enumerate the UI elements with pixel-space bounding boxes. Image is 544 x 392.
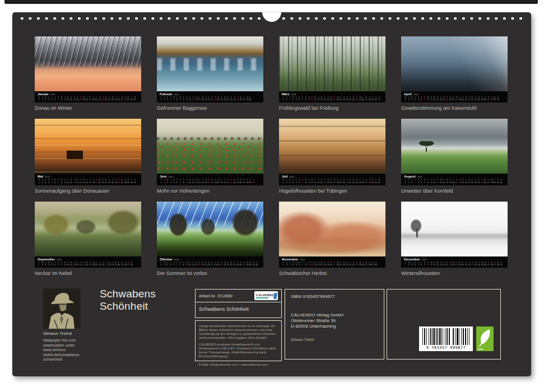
mini-day: S30 (374, 262, 378, 266)
mini-day: F31 (133, 179, 137, 183)
mini-day: S10 (310, 96, 314, 101)
month-thumbnail: Mai 2024 M1D2F3S4S5M6D7M8D9F10S11S12M13D… (35, 119, 141, 193)
mini-day: S14 (445, 96, 449, 101)
mini-day: D11 (314, 179, 317, 183)
mini-day: M11 (436, 262, 439, 266)
mini-day: D8 (182, 96, 185, 101)
artist-name: Simeon Trefoil (43, 331, 72, 336)
mini-day: S10 (433, 179, 436, 183)
mini-day: D23 (108, 96, 111, 101)
mini-day: F26 (483, 96, 487, 101)
mini-calendar-strip: Januar 2024 M1D2M3D4F5S6S7M8D9M10D11F12S… (35, 91, 141, 102)
mini-day: S19 (95, 179, 98, 183)
month-photo (35, 202, 141, 256)
month-photo (401, 36, 508, 91)
month-photo (157, 36, 263, 91)
publisher-line: D-82008 Unterhaching (291, 324, 378, 329)
mini-day: M4 (413, 262, 417, 266)
mini-day: D27 (243, 179, 246, 183)
mini-day: M19 (217, 96, 220, 101)
mini-day: D3 (410, 262, 413, 266)
mini-day: M24 (233, 179, 236, 183)
mini-day: D10 (66, 262, 69, 266)
mini-day: D17 (455, 262, 458, 266)
month-thumbnail: Dezember 2024 S1M2D3M4D5F6S7S8M9D10M11D1… (401, 202, 508, 276)
mini-day: M31 (133, 96, 137, 101)
mini-day: M13 (76, 179, 79, 183)
mini-day: F13 (442, 262, 445, 266)
mini-day: D11 (436, 96, 439, 101)
mini-day: M26 (239, 96, 243, 101)
mini-day: D31 (255, 262, 259, 266)
mini-calendar-strip: Juni 2024 S1S2M3D4M5D6F7S8S9M10D11M12D13… (157, 174, 263, 185)
mini-day: D26 (361, 262, 365, 266)
mini-calendar-strip: März 2024 F1S2S3M4D5M6D7F8S9S10M11D12M13… (279, 91, 385, 102)
mini-day: S24 (355, 96, 359, 101)
mini-day: D7 (301, 262, 304, 266)
mini-day: M30 (496, 262, 500, 266)
mini-day: D29 (249, 262, 252, 266)
mini-day: D23 (352, 179, 355, 183)
mini-day: D30 (130, 96, 133, 101)
page-title: Schwabens Schönheit (100, 288, 156, 312)
mini-day: F7 (179, 179, 182, 183)
mini-day: M19 (461, 179, 464, 183)
mini-day: M16 (85, 262, 89, 266)
mini-day: S14 (445, 262, 449, 266)
mini-day: M7 (423, 179, 426, 183)
mini-day: D30 (374, 179, 378, 183)
mini-day: M7 (179, 262, 182, 266)
mini-day: S14 (323, 179, 327, 183)
mini-day: F30 (496, 179, 500, 183)
mini-calendar-days: M1D2M3D4F5S6S7M8D9M10D11F12S13S14M15D16M… (404, 96, 505, 101)
month-photo (35, 119, 141, 174)
mini-day: D13 (198, 96, 201, 101)
month-thumbnail: März 2024 F1S2S3M4D5M6D7F8S9S10M11D12M13… (279, 36, 385, 111)
month-thumbnail: Juni 2024 S1S2M3D4M5D6F7S8S9M10D11M12D13… (157, 119, 263, 193)
mini-day: S3 (166, 96, 169, 101)
mini-day: F27 (487, 262, 490, 266)
mini-day: D24 (477, 262, 481, 266)
mini-day: S31 (378, 96, 381, 101)
mini-day: D24 (233, 262, 236, 266)
mini-day: M29 (127, 179, 130, 183)
mini-day: M1 (282, 179, 285, 183)
mini-day: M16 (207, 262, 211, 266)
mini-day: D24 (111, 262, 114, 266)
mini-day: F1 (282, 262, 285, 266)
mini-day: M20 (342, 96, 346, 101)
mini-day: D8 (182, 262, 185, 266)
mini-day: M29 (493, 96, 496, 101)
mini-day: S29 (249, 179, 252, 183)
mini-day: M11 (69, 262, 73, 266)
mini-calendar-header: Februar 2024 (160, 92, 261, 96)
mini-day: M14 (445, 179, 449, 183)
mini-day: D4 (47, 96, 50, 101)
month-caption: Frühlingswald bei Freiburg (279, 105, 385, 111)
mini-day: F26 (117, 96, 120, 101)
mini-day: S23 (230, 179, 233, 183)
mini-day: M1 (404, 96, 407, 101)
mini-day: D7 (57, 179, 60, 183)
mini-calendar-header: Oktober 2024 (160, 258, 261, 261)
mini-day: M10 (66, 96, 69, 101)
mini-calendar-year: 2024 (291, 93, 296, 96)
mini-day: D11 (69, 96, 73, 101)
mini-day: S7 (301, 179, 304, 183)
mini-day: M17 (455, 96, 458, 101)
mini-day: D16 (85, 179, 89, 183)
mini-day: S8 (60, 262, 63, 266)
mini-calendar-header: März 2024 (282, 92, 383, 96)
mini-day: D23 (474, 96, 477, 101)
mini-day: M4 (291, 96, 295, 101)
calendar-back-page: Januar 2024 M1D2M3D4F5S6S7M8D9M10D11F12S… (12, 12, 531, 376)
mini-calendar-strip: Dezember 2024 S1M2D3M4D5F6S7S8M9D10M11D1… (401, 256, 508, 268)
mini-calendar-header: Juli 2024 (282, 175, 383, 178)
mini-day: S24 (477, 179, 481, 183)
mini-calendar-strip: Februar 2024 D1F2S3S4M5D6M7D8F9S10S11M12… (157, 91, 263, 102)
mini-calendar-strip: August 2024 D1F2S3S4M5D6M7D8F9S10S11M12D… (401, 174, 508, 185)
mini-day: D14 (323, 262, 327, 266)
mini-calendar-days: D1F2S3S4M5D6M7D8F9S10S11M12D13M14D15F16S… (160, 96, 261, 101)
mini-day: F17 (89, 179, 92, 183)
legal-paragraph-2: CALVENDO produziert bedarfsgerecht und k… (199, 343, 278, 358)
